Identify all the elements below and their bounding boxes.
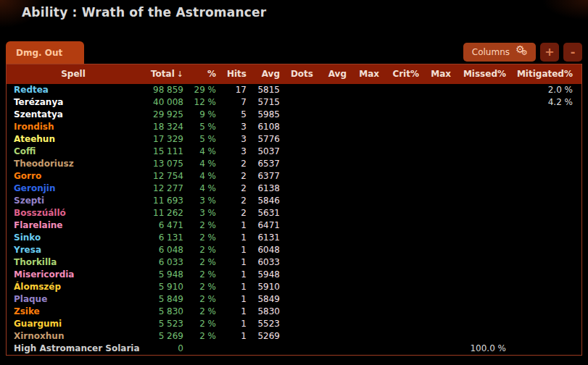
cell-max xyxy=(347,306,379,318)
cell-total: 6 471 xyxy=(140,219,183,232)
col-header-mitigated-pct[interactable]: Mitigated% xyxy=(506,64,581,84)
player-name-link[interactable]: Irondish xyxy=(14,122,54,132)
cell-spell: Szentatya xyxy=(7,109,140,121)
player-name-link[interactable]: Szentatya xyxy=(14,109,63,119)
cell-crit-max xyxy=(419,195,451,207)
player-name-link[interactable]: High Astromancer Solarian xyxy=(14,343,140,353)
cell-total: 5 849 xyxy=(140,293,183,306)
cell-dot-avg xyxy=(313,318,347,330)
toolbar-buttons: Columns ⚙⚙ + - xyxy=(463,43,582,62)
cell-mitigated-pct xyxy=(506,318,581,330)
col-header-spell[interactable]: Spell xyxy=(7,64,140,84)
cell-spell: Redtea xyxy=(7,84,140,96)
cell-spell: Yresa xyxy=(7,244,140,256)
cell-mitigated-pct xyxy=(506,256,581,269)
columns-button[interactable]: Columns ⚙⚙ xyxy=(463,43,536,62)
cell-avg: 5985 xyxy=(247,109,280,121)
cell-total: 40 008 xyxy=(140,96,183,109)
cell-max xyxy=(347,232,379,244)
player-name-link[interactable]: Theodoriusz xyxy=(14,159,74,169)
player-name-link[interactable]: Szepti xyxy=(14,196,44,206)
player-name-link[interactable]: Terézanya xyxy=(14,97,63,107)
cell-spell: Sinko xyxy=(7,232,140,244)
col-header-pct[interactable]: % xyxy=(183,64,216,84)
cell-missed-pct xyxy=(451,281,506,293)
player-name-link[interactable]: Redtea xyxy=(14,85,49,95)
cell-spell: Plaque xyxy=(7,293,140,306)
cell-crit-pct xyxy=(379,195,419,207)
cell-mitigated-pct xyxy=(506,219,581,232)
cell-mitigated-pct: 2.0 % xyxy=(506,84,581,96)
tab-dmg-out-label: Dmg. Out xyxy=(16,48,62,58)
player-name-link[interactable]: Zsike xyxy=(14,306,40,316)
player-name-link[interactable]: Thorkilla xyxy=(14,257,57,267)
player-name-link[interactable]: Guargumi xyxy=(14,319,62,329)
cell-dots xyxy=(280,244,313,256)
cell-pct: 2 % xyxy=(183,256,216,269)
cell-crit-max xyxy=(419,244,451,256)
player-name-link[interactable]: Plaque xyxy=(14,294,47,304)
cell-max xyxy=(347,293,379,306)
collapse-minus-button[interactable]: - xyxy=(563,43,582,62)
player-name-link[interactable]: Ateehun xyxy=(14,134,55,144)
cell-avg: 5776 xyxy=(247,133,280,146)
col-header-crit-max[interactable]: Max xyxy=(419,64,451,84)
cell-dot-avg xyxy=(313,269,347,281)
cell-dot-avg xyxy=(313,330,347,343)
player-name-link[interactable]: Xirnoxhun xyxy=(14,331,64,341)
col-header-missed-pct[interactable]: Missed% xyxy=(451,64,506,84)
col-header-crit-pct[interactable]: Crit% xyxy=(379,64,419,84)
cell-dots xyxy=(280,306,313,318)
table-row: Zsike 5 830 2 % 1 5830 xyxy=(7,306,581,318)
cell-crit-pct xyxy=(379,207,419,219)
col-header-dot-avg[interactable]: Avg xyxy=(313,64,347,84)
player-name-link[interactable]: Coffi xyxy=(14,146,36,156)
col-header-total[interactable]: Total↓ xyxy=(140,64,183,84)
cell-pct: 2 % xyxy=(183,306,216,318)
cell-crit-pct xyxy=(379,109,419,121)
expand-plus-button[interactable]: + xyxy=(540,43,559,62)
cell-max xyxy=(347,109,379,121)
player-name-link[interactable]: Álomszép xyxy=(14,282,61,292)
player-name-link[interactable]: Bosszúálló xyxy=(14,208,66,218)
player-name-link[interactable]: Sinko xyxy=(14,232,41,243)
cell-dots xyxy=(280,330,313,343)
col-header-avg[interactable]: Avg xyxy=(247,64,280,84)
cell-total: 6 048 xyxy=(140,244,183,256)
cell-crit-pct xyxy=(379,244,419,256)
cell-avg: 5846 xyxy=(247,195,280,207)
cell-missed-pct xyxy=(451,109,506,121)
cell-pct: 4 % xyxy=(183,158,216,170)
player-name-link[interactable]: Flarelaine xyxy=(14,220,62,230)
cell-dot-avg xyxy=(313,158,347,170)
table-row: Szepti 11 693 3 % 2 5846 xyxy=(7,195,581,207)
cell-mitigated-pct xyxy=(506,109,581,121)
table-row: Szentatya 29 925 9 % 5 5985 xyxy=(7,109,581,121)
cell-hits: 3 xyxy=(216,133,247,146)
cell-dot-avg xyxy=(313,219,347,232)
cell-total: 15 111 xyxy=(140,146,183,158)
player-name-link[interactable]: Gorro xyxy=(14,171,41,181)
cell-hits: 2 xyxy=(216,170,247,182)
cell-max xyxy=(347,330,379,343)
tab-dmg-out[interactable]: Dmg. Out xyxy=(6,41,84,64)
cell-spell: Guargumi xyxy=(7,318,140,330)
player-name-link[interactable]: Misericordia xyxy=(14,269,74,280)
cell-dots xyxy=(280,84,313,96)
cell-dots xyxy=(280,146,313,158)
cell-pct: 5 % xyxy=(183,121,216,133)
cell-missed-pct xyxy=(451,158,506,170)
cell-max xyxy=(347,84,379,96)
col-header-hits[interactable]: Hits xyxy=(216,64,247,84)
cell-dots xyxy=(280,133,313,146)
cell-crit-pct xyxy=(379,343,419,355)
cell-dots xyxy=(280,109,313,121)
cell-dots xyxy=(280,269,313,281)
col-header-dots[interactable]: Dots xyxy=(280,64,313,84)
player-name-link[interactable]: Yresa xyxy=(14,245,41,255)
player-name-link[interactable]: Geronjin xyxy=(14,183,55,193)
col-header-max[interactable]: Max xyxy=(347,64,379,84)
cell-missed-pct xyxy=(451,269,506,281)
cell-dots xyxy=(280,219,313,232)
cell-crit-max xyxy=(419,269,451,281)
